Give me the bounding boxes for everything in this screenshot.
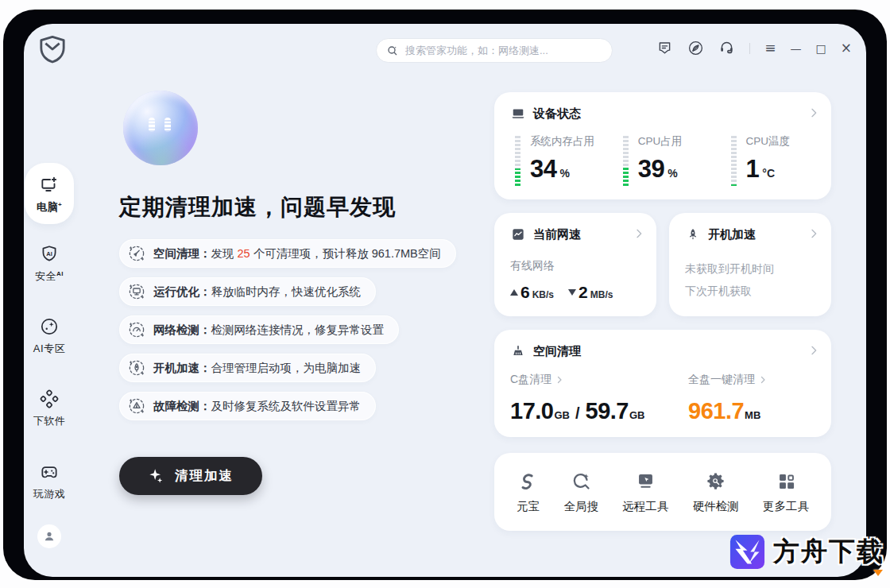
- chevron-right-icon: [758, 375, 768, 385]
- tool-label: 远程工具: [622, 499, 668, 514]
- metric-label: CPU温度: [746, 134, 823, 149]
- full-disk-label: 全盘一键清理: [688, 373, 755, 387]
- chevron-right-icon: [555, 375, 564, 385]
- ai-bubble-mascot[interactable]: [123, 91, 198, 165]
- total-unit: GB: [629, 409, 645, 421]
- card-title: 开机加速: [708, 227, 756, 242]
- feature-optimize[interactable]: 运行优化：释放临时内存，快速优化系统: [119, 277, 376, 306]
- c-drive-clean-link[interactable]: C盘清理: [510, 373, 564, 387]
- boot-status-line2: 下次开机获取: [685, 284, 752, 299]
- network-speed-card[interactable]: 当前网速 有线网络 6 KB/s 2 MB/s: [494, 213, 656, 316]
- sidebar-label-sup: +: [58, 201, 62, 208]
- feature-space-clean[interactable]: 空间清理：发现 25 个可清理项，预计释放 961.7MB空间: [119, 239, 456, 268]
- sidebar: 电脑+ AI 安全AI AI专区: [24, 79, 75, 556]
- sidebar-label: AI专区: [33, 342, 65, 354]
- feature-fault-check[interactable]: 故障检测：及时修复系统及软件设置异常: [119, 392, 376, 420]
- close-button[interactable]: ×: [841, 41, 852, 55]
- monitor-icon: [127, 282, 146, 301]
- feature-text: 个可清理项，预计释放 961.7MB空间: [250, 247, 441, 260]
- watermark-logo-icon: [729, 534, 765, 570]
- upload-speed: 6 KB/s: [510, 283, 554, 302]
- sidebar-item-ai-zone[interactable]: AI专区: [25, 316, 74, 356]
- clean-speedup-button[interactable]: 清理加速: [119, 457, 262, 495]
- metric-label: CPU占用: [638, 134, 731, 149]
- total-space: 59.7: [586, 398, 629, 424]
- c-drive-usage: 17.0 GB / 59.7 GB: [510, 398, 644, 424]
- user-avatar[interactable]: [37, 524, 61, 548]
- chevron-right-icon[interactable]: [633, 227, 645, 240]
- chevron-right-icon[interactable]: [807, 344, 820, 357]
- feature-label: 网络检测：: [153, 323, 211, 336]
- metric-unit: %: [559, 167, 569, 180]
- tool-global-search[interactable]: 全局搜: [563, 470, 598, 514]
- metric-temperature: CPU温度 1°C: [731, 133, 823, 184]
- feature-highlight: 25: [238, 247, 250, 260]
- app-logo-shield-icon: [37, 33, 68, 65]
- quick-tools-card: 元宝 全局搜: [494, 453, 831, 531]
- sidebar-label: 玩游戏: [33, 488, 66, 500]
- tool-yuanbao[interactable]: 元宝: [517, 470, 540, 514]
- boot-speedup-card[interactable]: 开机加速 未获取到开机时间 下次开机获取: [669, 213, 831, 316]
- card-title: 当前网速: [533, 227, 581, 242]
- tool-label: 全局搜: [563, 499, 598, 514]
- status-column: 设备状态 系统内存占用 34% CPU占用 39% CPU温度: [494, 24, 831, 577]
- more-grid-icon: [776, 470, 797, 492]
- upload-arrow-icon: [510, 289, 518, 296]
- device-status-card[interactable]: 设备状态 系统内存占用 34% CPU占用 39% CPU温度: [494, 92, 831, 199]
- usage-separator: /: [575, 404, 580, 423]
- watermark: 方舟下载: [729, 534, 884, 570]
- metric-label: 系统内存占用: [530, 134, 623, 149]
- sidebar-item-security-ai[interactable]: AI 安全AI: [25, 244, 74, 284]
- chevron-right-icon[interactable]: [807, 227, 820, 240]
- ai-sparkle-circle-icon: [39, 316, 60, 337]
- feature-label: 空间清理：: [153, 247, 211, 260]
- software-clover-icon: [39, 389, 60, 409]
- page-title: 定期清理加速，问题早发现: [119, 192, 396, 222]
- gamepad-icon: [39, 462, 60, 482]
- tool-hardware[interactable]: 硬件检测: [693, 470, 739, 514]
- feature-text: 检测网络连接情况，修复异常设置: [211, 323, 385, 336]
- space-clean-card[interactable]: 空间清理 C盘清理 全盘一键清理 17.0 GB /: [494, 330, 831, 437]
- metric-value: 34: [530, 155, 556, 184]
- metric-value: 1: [746, 155, 760, 184]
- sparkle-icon: [148, 467, 165, 485]
- upload-value: 6: [520, 283, 530, 302]
- yuanbao-icon: [517, 470, 539, 492]
- sidebar-label: 下软件: [33, 415, 66, 427]
- warning-triangle-icon: [127, 397, 146, 416]
- cpu-meter: [623, 135, 629, 186]
- tool-label: 硬件检测: [693, 499, 739, 514]
- metric-unit: °C: [762, 167, 775, 180]
- sidebar-item-games[interactable]: 玩游戏: [25, 462, 74, 501]
- card-title: 设备状态: [533, 106, 581, 122]
- memory-meter: [515, 135, 520, 186]
- chevron-right-icon[interactable]: [807, 106, 820, 119]
- upload-unit: KB/s: [532, 289, 554, 300]
- full-disk-clean-link[interactable]: 全盘一键清理: [688, 373, 768, 387]
- feature-network-check[interactable]: 网络检测：检测网络连接情况，修复异常设置: [119, 315, 399, 344]
- metric-memory: 系统内存占用 34%: [515, 133, 623, 184]
- used-space: 17.0: [510, 398, 553, 424]
- broom-icon: [510, 343, 526, 359]
- sidebar-label-sup: AI: [56, 270, 64, 277]
- rocket-icon: [127, 358, 146, 377]
- card-title: 空间清理: [533, 344, 581, 359]
- shield-ai-icon: AI: [39, 244, 60, 265]
- boot-status-line1: 未获取到开机时间: [685, 262, 774, 277]
- remote-monitor-icon: [635, 470, 656, 492]
- sidebar-label: 电脑: [37, 201, 58, 213]
- watermark-text: 方舟下载: [773, 534, 884, 570]
- download-unit: MB/s: [590, 289, 613, 300]
- mascot-eye: [149, 118, 155, 132]
- mascot-eye: [164, 118, 171, 132]
- tool-more[interactable]: 更多工具: [763, 470, 809, 514]
- download-value: 2: [578, 283, 588, 302]
- metric-unit: %: [668, 167, 677, 180]
- tool-label: 元宝: [517, 499, 540, 514]
- feature-label: 故障检测：: [153, 400, 211, 412]
- c-drive-label: C盘清理: [510, 373, 551, 387]
- sidebar-item-pc[interactable]: 电脑+: [25, 163, 74, 224]
- sidebar-item-software[interactable]: 下软件: [25, 389, 74, 428]
- tool-remote[interactable]: 远程工具: [622, 470, 668, 514]
- feature-boot-speedup[interactable]: 开机加速：合理管理启动项，为电脑加速: [119, 354, 376, 382]
